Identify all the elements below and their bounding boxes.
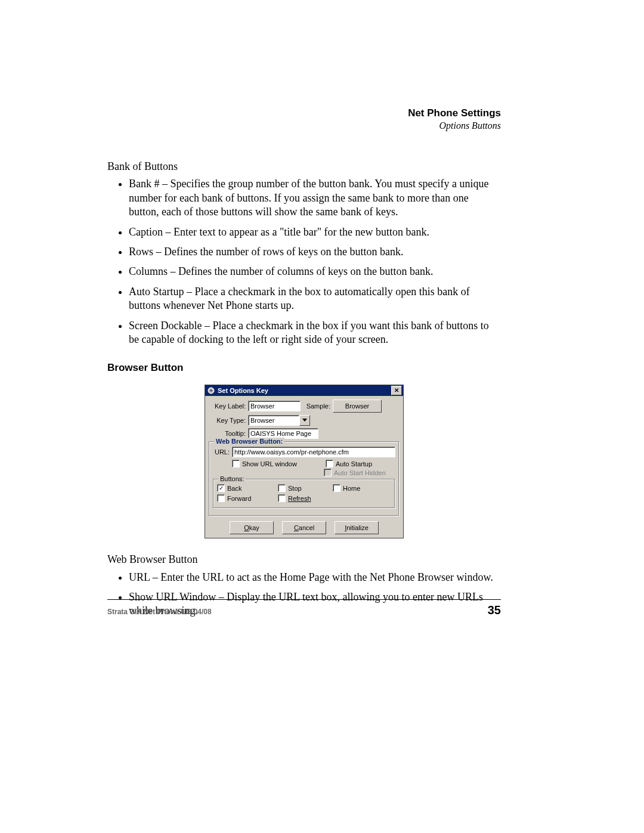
close-button[interactable]: ✕ [391,386,402,395]
list-item: Screen Dockable – Place a checkmark in t… [129,319,501,347]
stop-label: Stop [288,485,302,492]
url-input[interactable]: http://www.oaisys.com/pr-netphone.cfm [232,447,395,457]
section2-heading: Browser Button [107,362,501,374]
keytype-combo[interactable]: Browser [248,415,310,426]
page-footer: Strata CIX Net Phone UG 04/08 35 [107,599,501,617]
app-icon [207,386,215,395]
back-checkbox[interactable]: ✓ Back [217,484,271,492]
row-btn1: ✓ Back Stop Home [217,484,391,492]
list-item: URL – Enter the URL to act as the Home P… [129,571,501,584]
initialize-button[interactable]: Initialize [335,521,379,534]
svg-marker-1 [302,419,307,422]
dialog-wrapper: Set Options Key ✕ Key Label: Browser Sam… [107,385,501,538]
header-title: Net Phone Settings [107,107,501,119]
close-icon: ✕ [394,385,399,396]
refresh-checkbox[interactable]: Refresh [278,494,311,502]
page-number: 35 [488,603,501,617]
checkbox-icon: ✓ [217,484,225,492]
section3-heading: Web Browser Button [107,553,501,566]
list-item: Auto Startup – Place a checkmark in the … [129,285,501,313]
forward-checkbox[interactable]: Forward [217,494,271,502]
checkbox-icon [278,494,286,502]
sample-button[interactable]: Browser [333,400,382,413]
page-content: Net Phone Settings Options Buttons Bank … [107,107,501,624]
header-subtitle: Options Buttons [107,120,501,131]
row-btn2: Forward Refresh [217,494,391,502]
page-header: Net Phone Settings Options Buttons [107,107,501,131]
forward-label: Forward [227,495,251,502]
row-keylabel: Key Label: Browser Sample: Browser [209,400,400,413]
checkbox-icon [326,460,333,467]
list-item: Rows – Defines the number of rows of key… [129,245,501,259]
keytype-value: Browser [248,415,299,426]
checkbox-icon [278,484,286,492]
refresh-label: Refresh [288,495,311,502]
cancel-button[interactable]: Cancel [282,521,326,534]
home-label: Home [343,485,360,492]
auto-startup-label: Auto Startup [336,460,372,467]
set-options-dialog: Set Options Key ✕ Key Label: Browser Sam… [205,385,404,538]
stop-checkbox[interactable]: Stop [278,484,326,492]
section-bank-of-buttons: Bank of Buttons Bank # – Specifies the g… [107,160,501,346]
group-legend: Web Browser Button: [214,438,284,445]
chevron-down-icon[interactable] [299,415,310,426]
buttons-subgroup: Buttons: ✓ Back Stop [213,479,395,509]
checkbox-icon [324,469,332,476]
list-item: Caption – Enter text to appear as a "tit… [129,225,501,239]
section1-bullets: Bank # – Specifies the group number of t… [107,177,501,346]
row-keytype: Key Type: Browser [209,415,400,426]
buttons-legend: Buttons: [218,475,246,482]
dialog-titlebar[interactable]: Set Options Key ✕ [205,385,403,396]
tooltip-label: Tooltip: [209,430,248,437]
row-opts1: Show URL window Auto Startup [213,460,395,467]
dialog-body: Key Label: Browser Sample: Browser Key T… [205,396,403,538]
back-label: Back [227,485,242,492]
web-browser-group: Web Browser Button: URL: http://www.oais… [209,441,400,516]
url-label: URL: [213,448,232,456]
checkbox-icon [232,460,240,467]
list-item: Columns – Defines the number of columns … [129,265,501,278]
show-url-label: Show URL window [242,460,297,467]
section1-heading: Bank of Buttons [107,160,501,174]
row-url: URL: http://www.oaisys.com/pr-netphone.c… [213,447,395,457]
home-checkbox[interactable]: Home [333,484,360,492]
sample-label: Sample: [301,402,333,410]
footer-left: Strata CIX Net Phone UG 04/08 [107,608,212,616]
keytype-label: Key Type: [209,417,248,424]
checkbox-icon [333,484,340,492]
checkbox-icon [217,494,225,502]
auto-start-hidden-label: Auto Start Hidden [334,469,386,476]
show-url-checkbox[interactable]: Show URL window [232,460,297,467]
okay-button[interactable]: Okay [230,521,274,534]
auto-startup-checkbox[interactable]: Auto Startup [326,460,372,467]
keylabel-label: Key Label: [209,402,248,410]
dialog-title: Set Options Key [218,385,390,396]
list-item: Bank # – Specifies the group number of t… [129,177,501,219]
auto-start-hidden-checkbox: Auto Start Hidden [324,469,386,476]
dialog-button-row: Okay Cancel Initialize [209,521,400,534]
keylabel-input[interactable]: Browser [248,401,301,411]
